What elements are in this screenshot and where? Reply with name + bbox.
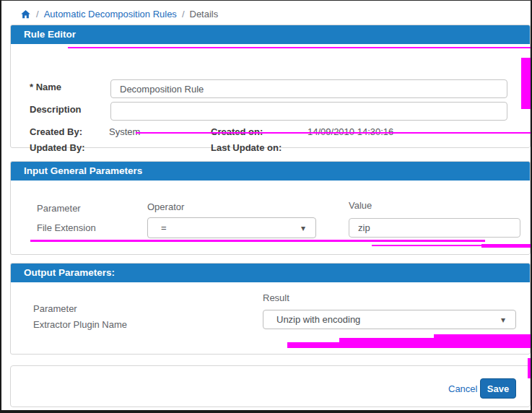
result-selected-value: Unzip with encoding — [276, 314, 501, 325]
input-general-parameters-title: Input General Parameters — [11, 162, 530, 181]
updated-by-label: Updated By: — [30, 142, 85, 153]
automatic-decomposition-rule-details-page: / Automatic Decomposition Rules / Detail… — [0, 0, 532, 413]
save-button[interactable]: Save — [480, 378, 516, 399]
result-select[interactable]: Unzip with encoding ▾ — [263, 310, 516, 329]
breadcrumb-separator: / — [182, 9, 185, 19]
action-bar: Cancel Save — [10, 365, 531, 407]
column-header-result: Result — [263, 292, 289, 303]
output-parameters-title: Output Parameters: — [11, 264, 530, 282]
name-label: * Name — [30, 82, 61, 92]
highlight-artifact — [481, 244, 532, 248]
rule-editor-panel-title: Rule Editor — [11, 25, 530, 44]
last-update-on-label: Last Update on: — [211, 142, 282, 153]
highlight-artifact — [528, 358, 531, 378]
highlight-artifact — [68, 47, 532, 48]
operator-selected-value: = — [161, 222, 301, 233]
description-input[interactable] — [110, 102, 507, 121]
chevron-down-icon: ▾ — [301, 224, 305, 232]
home-icon[interactable] — [20, 9, 31, 19]
highlight-artifact — [434, 334, 531, 348]
breadcrumb-current-details: Details — [190, 9, 219, 19]
cancel-button[interactable]: Cancel — [448, 383, 477, 394]
column-header-parameter: Parameter — [37, 203, 81, 214]
highlight-artifact — [521, 58, 532, 109]
value-input[interactable] — [349, 218, 520, 238]
highlight-artifact — [287, 342, 339, 348]
highlight-artifact — [339, 338, 434, 348]
column-header-parameter: Parameter — [33, 303, 77, 314]
column-header-value: Value — [349, 200, 372, 211]
breadcrumb-link-automatic-decomposition-rules[interactable]: Automatic Decomposition Rules — [44, 9, 177, 19]
description-label: Description — [30, 104, 82, 115]
parameter-name-file-extension: File Extension — [37, 222, 96, 233]
rule-editor-panel: Rule Editor * Name Description Created B… — [10, 25, 531, 148]
created-by-label: Created By: — [30, 126, 82, 137]
parameter-name-extractor-plugin-name: Extractor Plugin Name — [33, 319, 127, 330]
operator-select[interactable]: = ▾ — [147, 217, 316, 238]
breadcrumb-separator: / — [36, 9, 39, 19]
highlight-artifact — [136, 132, 532, 134]
highlight-artifact — [30, 240, 485, 242]
input-general-parameters-body: Parameter Operator Value File Extension … — [11, 181, 530, 255]
name-input[interactable] — [110, 79, 507, 98]
column-header-operator: Operator — [147, 201, 184, 212]
chevron-down-icon: ▾ — [501, 316, 505, 324]
breadcrumb: / Automatic Decomposition Rules / Detail… — [20, 6, 218, 21]
